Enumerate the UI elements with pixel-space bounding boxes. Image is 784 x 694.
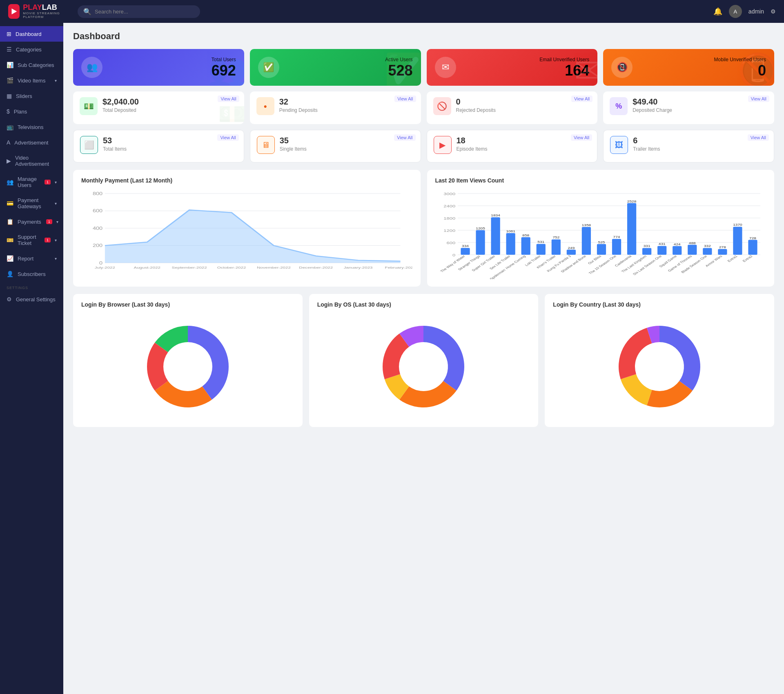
search-input[interactable] <box>95 9 194 15</box>
svg-text:December-2022: December-2022 <box>299 266 333 269</box>
sidebar-item-manageusers[interactable]: 👥 Manage Users 1 ▾ <box>0 171 63 193</box>
rejected-label: Rejected Deposits <box>456 107 496 113</box>
svg-text:400: 400 <box>93 226 102 231</box>
svg-text:3000: 3000 <box>443 192 455 196</box>
search-box[interactable]: 🔍 <box>78 5 200 18</box>
sidebar-item-sliders[interactable]: ▦ Sliders <box>0 88 63 104</box>
donut-card-browser: Login By Browser (Last 30 days) <box>73 294 303 427</box>
pending-view-all[interactable]: View All <box>394 96 416 102</box>
chevron-down-icon-6: ▾ <box>55 256 57 261</box>
svg-rect-64 <box>627 203 636 255</box>
deposited-value: $2,040.00 <box>102 97 139 107</box>
bar-chart-title: Last 20 Item Views Count <box>435 177 766 184</box>
svg-rect-40 <box>506 233 515 255</box>
sidebar-item-televisions[interactable]: 📺 Televisions <box>0 119 63 135</box>
bell-icon[interactable]: 🔔 <box>713 7 722 16</box>
main-layout: ⊞ Dashboard ☰ Categories 📊 Sub Categorie… <box>0 23 784 694</box>
svg-text:1800: 1800 <box>443 216 455 220</box>
sidebar-item-report[interactable]: 📈 Report ▾ <box>0 251 63 266</box>
trailer-items-label: Trailer Items <box>633 146 660 152</box>
supportticket-badge: 1 <box>45 238 51 242</box>
svg-text:Extra1: Extra1 <box>726 254 738 262</box>
charge-label: Deposited Charge <box>633 107 672 113</box>
sidebar-label-report: Report <box>18 256 33 262</box>
payments-icon: 📋 <box>7 218 13 225</box>
topnav: PLAYLAB MOVIE STREAMING PLATFORM 🔍 🔔 A a… <box>0 0 784 23</box>
item-card-total: ⬜ 53 Total Items View All <box>73 130 244 162</box>
episode-items-view-all[interactable]: View All <box>571 134 592 141</box>
sidebar-item-videoadvertisement[interactable]: ▶ Video Advertisement <box>0 150 63 171</box>
single-items-view-all[interactable]: View All <box>394 134 415 141</box>
metric-card-charge: % $49.40 Deposited Charge View All <box>603 91 774 124</box>
svg-text:249: 249 <box>568 246 575 249</box>
svg-text:331: 331 <box>643 245 650 248</box>
generalsettings-icon: ⚙ <box>7 296 12 303</box>
payments-badge: 1 <box>46 219 52 224</box>
page-title: Dashboard <box>73 31 774 42</box>
sidebar-label-plans: Plans <box>14 109 27 115</box>
advertisement-icon: A <box>7 139 10 146</box>
single-items-label: Single Items <box>280 146 307 152</box>
sidebar-item-advertisement[interactable]: A Advertisement <box>0 135 63 150</box>
svg-text:1061: 1061 <box>506 230 515 233</box>
sidebar-item-generalsettings[interactable]: ⚙ General Settings <box>0 291 63 307</box>
sidebar-item-videoitems[interactable]: 🎬 Video Items ▾ <box>0 73 63 88</box>
sidebar-item-categories[interactable]: ☰ Categories <box>0 42 63 57</box>
item-card-episode: ▶ 18 Episode Items View All <box>427 130 598 162</box>
country-donut-wrap <box>553 314 766 420</box>
charge-value: $49.40 <box>633 97 672 107</box>
monthly-chart-card: Monthly Payment (Last 12 Month) 02004006… <box>73 170 421 287</box>
charge-view-all[interactable]: View All <box>748 96 769 102</box>
sidebar-item-subcategories[interactable]: 📊 Sub Categories <box>0 57 63 73</box>
sidebar-label-subcategories: Sub Categories <box>18 62 54 68</box>
sidebar-label-generalsettings: General Settings <box>16 296 56 303</box>
sidebar-item-supportticket[interactable]: 🎫 Support Ticket 1 ▾ <box>0 229 63 251</box>
svg-text:July-2022: July-2022 <box>95 266 116 269</box>
trailer-items-view-all[interactable]: View All <box>748 134 769 141</box>
single-items-value: 35 <box>280 136 307 145</box>
rejected-view-all[interactable]: View All <box>571 96 592 102</box>
sidebar-label-payments: Payments <box>18 219 41 225</box>
total-items-icon: ⬜ <box>80 136 98 154</box>
svg-rect-58 <box>597 244 606 255</box>
metric-card-deposited: 💵 $2,040.00 Total Deposited View All 💵 <box>73 91 244 124</box>
svg-point-91 <box>164 343 212 390</box>
svg-text:January-2023: January-2023 <box>344 266 373 269</box>
svg-rect-55 <box>581 227 590 255</box>
sidebar-label-supportticket: Support Ticket <box>18 234 40 246</box>
svg-rect-82 <box>718 249 727 255</box>
total-items-view-all[interactable]: View All <box>217 134 238 141</box>
svg-rect-61 <box>612 239 621 255</box>
trailer-items-icon: 🖼 <box>610 136 628 154</box>
sidebar-item-payments[interactable]: 📋 Payments 1 ▾ <box>0 214 63 229</box>
sidebar-item-subscribers[interactable]: 👤 Subscribers <box>0 266 63 282</box>
stat-card-total-users: 👥 Total Users 692 👥 <box>73 49 244 86</box>
report-icon: 📈 <box>7 255 13 262</box>
gear-icon[interactable]: ⚙ <box>771 8 776 15</box>
svg-text:August-2022: August-2022 <box>134 266 160 269</box>
sidebar-label-subscribers: Subscribers <box>18 271 46 277</box>
sidebar-item-dashboard[interactable]: ⊞ Dashboard <box>0 26 63 42</box>
stat-card-email-unverified: ✉ Email Unverified Users 164 ✉ <box>427 49 598 86</box>
subcategories-icon: 📊 <box>7 62 13 68</box>
svg-text:2400: 2400 <box>443 204 455 208</box>
sidebar-item-plans[interactable]: $ Plans <box>0 104 63 119</box>
bar-chart-area: 06001200180024003000334The Way of Water1… <box>435 189 766 279</box>
svg-text:525: 525 <box>598 240 605 244</box>
sidebar-item-paymentgateways[interactable]: 💳 Payment Gateways ▾ <box>0 193 63 214</box>
deposited-info: $2,040.00 Total Deposited <box>102 97 139 113</box>
svg-text:752: 752 <box>552 236 559 239</box>
svg-text:334: 334 <box>462 245 469 248</box>
plans-icon: $ <box>7 108 10 115</box>
subscribers-icon: 👤 <box>7 271 13 277</box>
svg-text:1200: 1200 <box>443 229 455 233</box>
episode-items-icon: ▶ <box>434 136 452 154</box>
rejected-info: 0 Rejected Deposits <box>456 97 496 113</box>
sidebar-label-categories: Categories <box>16 47 42 53</box>
bg-mobile-icon: 📵 <box>737 51 774 86</box>
item-card-single: 🖥 35 Single Items View All <box>250 130 421 162</box>
supportticket-icon: 🎫 <box>7 237 13 243</box>
sidebar-label-advertisement: Advertisement <box>14 140 48 146</box>
bg-users-icon: 👥 <box>207 51 244 86</box>
sliders-icon: ▦ <box>7 93 12 99</box>
